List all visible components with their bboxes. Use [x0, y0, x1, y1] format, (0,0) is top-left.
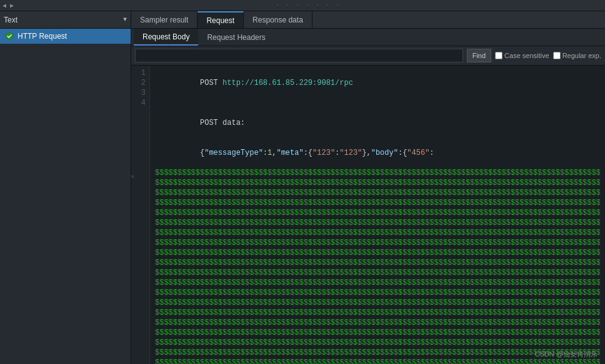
dropdown-arrow-icon[interactable]: ▼	[123, 16, 127, 23]
code-line-s-18: $$$$$$$$$$$$$$$$$$$$$$$$$$$$$$$$$$$$$$$$…	[155, 338, 600, 348]
case-sensitive-checkbox[interactable]	[495, 52, 502, 59]
code-line-s-9: $$$$$$$$$$$$$$$$$$$$$$$$$$$$$$$$$$$$$$$$…	[155, 248, 600, 258]
code-line-3: POST data:	[155, 108, 600, 138]
http-request-item[interactable]: HTTP Request	[0, 29, 131, 44]
line-num-14	[131, 198, 149, 208]
line-num-15	[131, 208, 149, 218]
drag-handle: · · · · · · ·	[276, 2, 341, 9]
code-line-s-8: $$$$$$$$$$$$$$$$$$$$$$$$$$$$$$$$$$$$$$$$…	[155, 238, 600, 248]
code-content: POST http://168.61.85.229:9081/rpc POST …	[150, 66, 605, 364]
line-num-12	[131, 178, 149, 188]
line-num-24	[131, 298, 149, 308]
line-num-21	[131, 268, 149, 278]
code-line-s-11: $$$$$$$$$$$$$$$$$$$$$$$$$$$$$$$$$$$$$$$$…	[155, 268, 600, 278]
code-line-s-12: $$$$$$$$$$$$$$$$$$$$$$$$$$$$$$$$$$$$$$$$…	[155, 278, 600, 288]
line-num-10	[131, 158, 149, 168]
line-num-29	[131, 348, 149, 358]
line-num-18	[131, 238, 149, 248]
line-num-9	[131, 148, 149, 158]
line-num-13	[131, 188, 149, 198]
line-numbers: 1 2 3 4	[131, 66, 150, 364]
line-num-3: 3	[131, 88, 149, 98]
search-input[interactable]	[135, 49, 463, 62]
tab-bar-sub: Request Body Request Headers	[131, 29, 605, 46]
tab-bar-top: Sampler result Request Response data	[131, 11, 605, 29]
line-num-19	[131, 248, 149, 258]
line-num-22	[131, 278, 149, 288]
line-num-5	[131, 108, 149, 118]
regex-label[interactable]: Regular exp.	[553, 52, 601, 59]
code-line-s-4: $$$$$$$$$$$$$$$$$$$$$$$$$$$$$$$$$$$$$$$$…	[155, 198, 600, 208]
code-area: 1 2 3 4	[131, 66, 605, 364]
code-line-2	[155, 98, 600, 108]
line-num-16	[131, 218, 149, 228]
code-line-s-10: $$$$$$$$$$$$$$$$$$$$$$$$$$$$$$$$$$$$$$$$…	[155, 258, 600, 268]
tab-request[interactable]: Request	[198, 11, 244, 28]
tab-response-data[interactable]: Response data	[244, 11, 312, 28]
code-line-s-17: $$$$$$$$$$$$$$$$$$$$$$$$$$$$$$$$$$$$$$$$…	[155, 328, 600, 338]
code-line-4: {"messageType":1,"meta":{"123":"123"},"b…	[155, 138, 600, 168]
tab-sampler-result[interactable]: Sampler result	[131, 11, 198, 28]
line-num-27	[131, 328, 149, 338]
line-num-4: 4	[131, 98, 149, 108]
line-num-8	[131, 138, 149, 148]
top-bar: ◀ ▶ · · · · · · ·	[0, 0, 605, 11]
left-panel: Text ▼ HTTP Request	[0, 11, 131, 364]
right-panel: Sampler result Request Response data Req…	[131, 11, 605, 364]
code-line-s-13: $$$$$$$$$$$$$$$$$$$$$$$$$$$$$$$$$$$$$$$$…	[155, 288, 600, 298]
code-line-s-3: $$$$$$$$$$$$$$$$$$$$$$$$$$$$$$$$$$$$$$$$…	[155, 188, 600, 198]
line-num-6	[131, 118, 149, 128]
line-num-17	[131, 228, 149, 238]
left-panel-header: Text ▼	[0, 11, 131, 29]
nav-arrows[interactable]: ◀ ▶	[2, 2, 14, 9]
line-num-25	[131, 308, 149, 318]
sub-tab-request-body[interactable]: Request Body	[134, 29, 198, 46]
code-line-s-2: $$$$$$$$$$$$$$$$$$$$$$$$$$$$$$$$$$$$$$$$…	[155, 178, 600, 188]
line-num-28	[131, 338, 149, 348]
resize-handle[interactable]: ≡	[129, 175, 135, 179]
http-request-label: HTTP Request	[18, 32, 67, 41]
find-button[interactable]: Find	[467, 49, 491, 62]
line-num-1: 1	[131, 68, 149, 78]
line-num-30	[131, 358, 149, 364]
code-line-s-16: $$$$$$$$$$$$$$$$$$$$$$$$$$$$$$$$$$$$$$$$…	[155, 318, 600, 328]
shield-icon	[5, 32, 14, 41]
sub-tab-request-headers[interactable]: Request Headers	[198, 29, 274, 46]
regex-checkbox[interactable]	[553, 52, 561, 59]
code-line-1: POST http://168.61.85.229:9081/rpc	[155, 68, 600, 98]
code-line-s-20: $$$$$$$$$$$$$$$$$$$$$$$$$$$$$$$$$$$$$$$$…	[155, 358, 600, 364]
line-num-26	[131, 318, 149, 328]
code-line-s-5: $$$$$$$$$$$$$$$$$$$$$$$$$$$$$$$$$$$$$$$$…	[155, 208, 600, 218]
code-line-s-6: $$$$$$$$$$$$$$$$$$$$$$$$$$$$$$$$$$$$$$$$…	[155, 218, 600, 228]
line-num-23	[131, 288, 149, 298]
line-num-2: 2	[131, 78, 149, 88]
case-sensitive-label[interactable]: Case sensitive	[495, 52, 549, 59]
line-num-20	[131, 258, 149, 268]
code-line-s-1: $$$$$$$$$$$$$$$$$$$$$$$$$$$$$$$$$$$$$$$$…	[155, 168, 600, 178]
code-line-s-19: $$$$$$$$$$$$$$$$$$$$$$$$$$$$$$$$$$$$$$$$…	[155, 348, 600, 358]
left-panel-title: Text	[4, 16, 18, 24]
search-bar: Find Case sensitive Regular exp.	[131, 46, 605, 66]
code-line-s-14: $$$$$$$$$$$$$$$$$$$$$$$$$$$$$$$$$$$$$$$$…	[155, 298, 600, 308]
code-line-s-7: $$$$$$$$$$$$$$$$$$$$$$$$$$$$$$$$$$$$$$$$…	[155, 228, 600, 238]
code-line-s-15: $$$$$$$$$$$$$$$$$$$$$$$$$$$$$$$$$$$$$$$$…	[155, 308, 600, 318]
main-layout: Text ▼ HTTP Request Sampler result Reque…	[0, 11, 605, 364]
watermark: CSDN @仙女肖消乐	[535, 350, 598, 359]
line-num-7	[131, 128, 149, 138]
